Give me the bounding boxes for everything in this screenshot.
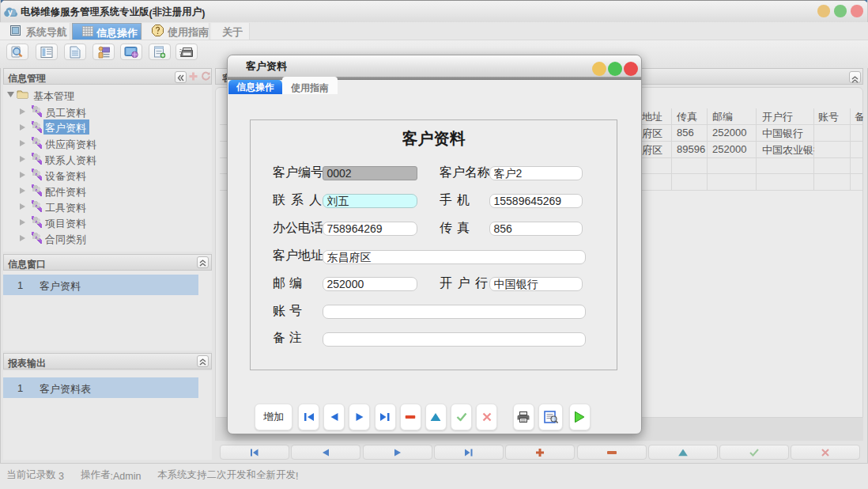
svg-text:y: y <box>8 8 13 17</box>
